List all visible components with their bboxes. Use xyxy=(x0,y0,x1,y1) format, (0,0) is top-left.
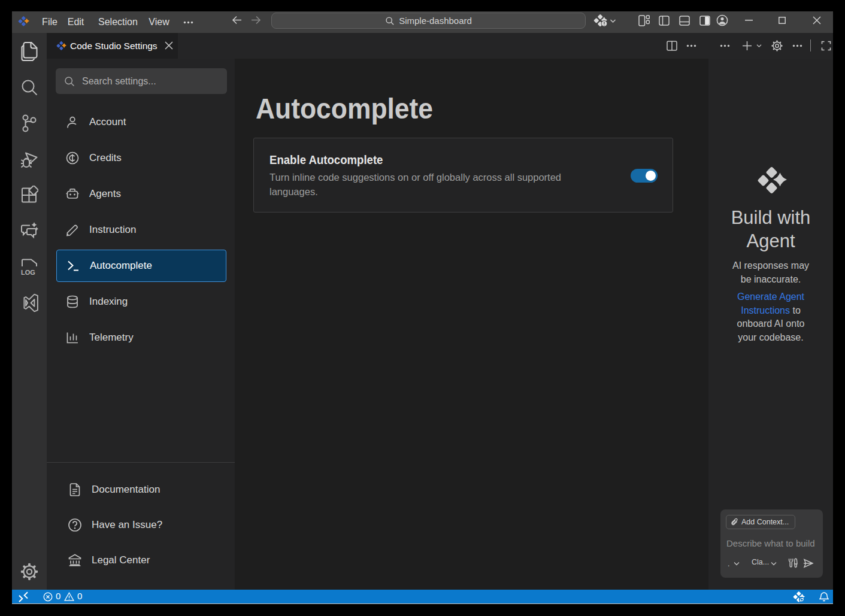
svg-text:LOG: LOG xyxy=(21,269,35,276)
